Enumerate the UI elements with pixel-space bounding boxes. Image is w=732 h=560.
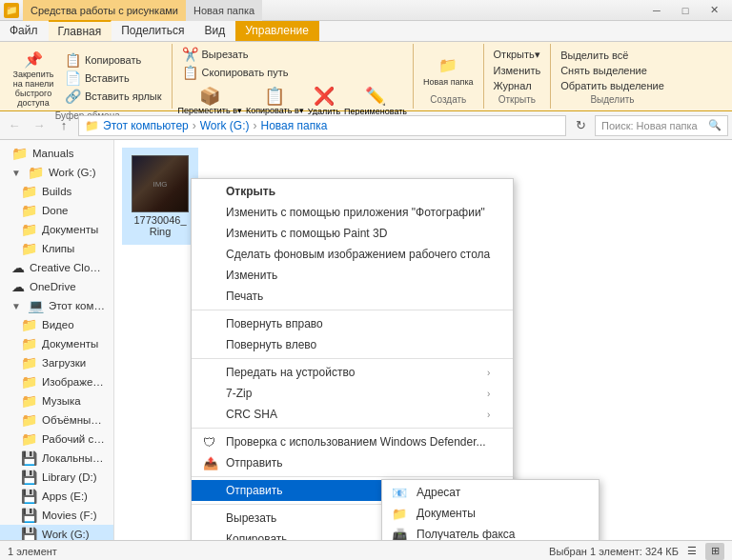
status-right: Выбран 1 элемент: 324 КБ ☰ ⊞ <box>549 543 724 560</box>
forward-button[interactable]: → <box>29 115 50 136</box>
select-all-button[interactable]: Выделить всё <box>557 49 632 62</box>
path-computer[interactable]: Этот компьютер <box>103 119 189 132</box>
sidebar-item-downloads[interactable]: 📁 Загрузки <box>0 353 113 372</box>
new-folder-icon: 📁 <box>437 54 459 77</box>
new-folder-button[interactable]: 📁 Новая папка <box>419 52 477 89</box>
maximize-button[interactable]: □ <box>671 0 700 21</box>
sidebar-item-video[interactable]: 📁 Видео <box>0 315 113 334</box>
address-path[interactable]: 📁 Этот компьютер › Work (G:) › Новая пап… <box>78 115 566 136</box>
sub-fax[interactable]: 📠 Получатель факса <box>382 524 599 540</box>
tab-share[interactable]: Поделиться <box>112 21 194 41</box>
ctx-defender[interactable]: 🛡 Проверка с использованием Windows Defe… <box>192 431 513 452</box>
deselect-button[interactable]: Снять выделение <box>557 64 651 77</box>
file-item[interactable]: IMG 17730046_Ring <box>122 148 198 245</box>
sidebar-item-clips[interactable]: 📁 Клипы <box>0 239 113 258</box>
main-area: 📁 Manuals ▼ 📁 Work (G:) 📁 Builds 📁 Done … <box>0 140 732 540</box>
ctx-crcsha[interactable]: CRC SHA › <box>192 404 513 425</box>
folder-icon: 📁 <box>21 355 37 370</box>
copy-to-button[interactable]: 📋 Копировать в▾ <box>246 86 304 116</box>
pin-button[interactable]: 📌 Закрепить на панели быстрого доступа <box>10 46 57 110</box>
edit-button[interactable]: Изменить <box>490 64 545 77</box>
disk-icon: 💾 <box>21 489 37 504</box>
ctx-cast[interactable]: Передать на устройство › <box>192 362 513 383</box>
title-tab-tools[interactable]: Средства работы с рисунками <box>23 0 186 21</box>
sidebar-item-manuals[interactable]: 📁 Manuals <box>0 144 113 163</box>
ctx-sep-2 <box>192 358 513 359</box>
sidebar-item-library[interactable]: 💾 Library (D:) <box>0 468 113 487</box>
refresh-button[interactable]: ↻ <box>570 115 591 136</box>
send-icon: 📤 <box>203 456 218 470</box>
ctx-print[interactable]: Печать <box>192 286 513 307</box>
rename-button[interactable]: ✏️ Переименовать <box>344 86 407 116</box>
sidebar-item-local-disk[interactable]: 💾 Локальный диск... <box>0 449 113 468</box>
pin-icon: 📌 <box>22 48 45 70</box>
move-to-button[interactable]: 📦 Переместить в▾ <box>178 86 242 116</box>
sidebar-item-3d[interactable]: 📁 Объёмные объе... <box>0 410 113 430</box>
list-view-button[interactable]: ☰ <box>682 543 702 560</box>
sidebar-item-creative-cloud[interactable]: ☁ Creative Cloud Files <box>0 258 113 277</box>
ctx-edit[interactable]: Изменить <box>192 265 513 286</box>
tab-home[interactable]: Главная <box>49 20 112 41</box>
sidebar-item-done[interactable]: 📁 Done <box>0 201 113 220</box>
paste-button[interactable]: 📄Вставить <box>61 70 166 87</box>
path-work[interactable]: Work (G:) <box>200 119 250 132</box>
tab-file[interactable]: Файл <box>0 21 49 41</box>
copy-button[interactable]: 📋Копировать <box>61 51 166 69</box>
ctx-wallpaper[interactable]: Сделать фоновым изображением рабочего ст… <box>192 244 513 265</box>
folder-icon: 📁 <box>21 431 37 447</box>
minimize-button[interactable]: ─ <box>642 0 671 21</box>
sidebar-item-images[interactable]: 📁 Изображения <box>0 372 113 391</box>
status-left: 1 элемент <box>8 546 57 557</box>
title-bar-controls: ─ □ ✕ <box>642 0 728 21</box>
sidebar-item-documents[interactable]: 📁 Документы <box>0 334 113 353</box>
icon-view-button[interactable]: ⊞ <box>705 543 724 560</box>
folder-icon: 📁 <box>21 374 37 390</box>
folder-icon-addr: 📁 <box>85 119 99 132</box>
file-name: 17730046_Ring <box>133 214 186 237</box>
cut-button[interactable]: ✂️Вырезать <box>178 46 253 63</box>
file-area[interactable]: IMG 17730046_Ring Открыть Изменить с пом… <box>114 140 732 540</box>
sidebar-item-movies[interactable]: 💾 Movies (F:) <box>0 506 113 525</box>
ctx-rotate-left[interactable]: Повернуть влево <box>192 334 513 355</box>
ctx-rotate-right[interactable]: Повернуть вправо <box>192 313 513 334</box>
sidebar-item-desktop[interactable]: 📁 Рабочий стол <box>0 430 113 449</box>
cloud-icon: ☁ <box>11 260 25 275</box>
sidebar-item-music[interactable]: 📁 Музыка <box>0 391 113 410</box>
ctx-open[interactable]: Открыть <box>192 181 513 202</box>
ctx-7zip[interactable]: 7-Zip › <box>192 383 513 404</box>
ctx-photos[interactable]: Изменить с помощью приложения "Фотографи… <box>192 202 513 223</box>
delete-button[interactable]: ❌ Удалить <box>308 86 340 116</box>
tab-manage[interactable]: Управление <box>235 21 319 41</box>
path-folder[interactable]: Новая папка <box>261 119 328 132</box>
tab-view[interactable]: Вид <box>194 21 235 41</box>
title-tab-folder[interactable]: Новая папка <box>186 0 262 21</box>
sub-addressee[interactable]: 📧 Адресат <box>382 482 599 503</box>
scissors-icon: ✂️ <box>182 47 198 62</box>
ctx-sep-4 <box>192 476 513 477</box>
copy-path-button[interactable]: 📋Скопировать путь <box>178 64 293 81</box>
title-bar-tabs: Средства работы с рисунками Новая папка <box>23 0 262 21</box>
title-bar: 📁 Средства работы с рисунками Новая папк… <box>0 0 732 21</box>
sidebar-item-work[interactable]: ▼ 📁 Work (G:) <box>0 163 113 182</box>
ctx-send-icon[interactable]: 📤 Отправить <box>192 452 513 473</box>
invert-select-button[interactable]: Обратить выделение <box>557 79 668 92</box>
create-label: Создать <box>419 94 477 107</box>
back-button[interactable]: ← <box>4 115 25 136</box>
search-box[interactable]: Поиск: Новая папка 🔍 <box>595 115 728 136</box>
ribbon-group-create: 📁 Новая папка Создать <box>414 44 483 109</box>
journal-button[interactable]: Журнал <box>490 79 536 92</box>
sidebar-item-work-g[interactable]: 💾 Work (G:) <box>0 525 113 540</box>
disk-icon: 💾 <box>21 470 37 485</box>
sidebar-item-apps[interactable]: 💾 Apps (E:) <box>0 487 113 506</box>
open-button[interactable]: Открыть▾ <box>490 48 544 62</box>
disk-icon: 💾 <box>21 450 37 466</box>
sidebar-item-docs[interactable]: 📁 Документы <box>0 220 113 239</box>
sidebar-item-builds[interactable]: 📁 Builds <box>0 182 113 201</box>
sub-documents[interactable]: 📁 Документы <box>382 503 599 524</box>
ctx-paint3d[interactable]: Изменить с помощью Paint 3D <box>192 223 513 244</box>
sidebar-item-this-pc[interactable]: ▼ 💻 Этот компьютер <box>0 296 113 315</box>
up-button[interactable]: ↑ <box>53 115 74 136</box>
paste-shortcut-button[interactable]: 🔗Вставить ярлык <box>61 88 166 105</box>
sidebar-item-onedrive[interactable]: ☁ OneDrive <box>0 277 113 296</box>
close-button[interactable]: ✕ <box>700 0 728 21</box>
